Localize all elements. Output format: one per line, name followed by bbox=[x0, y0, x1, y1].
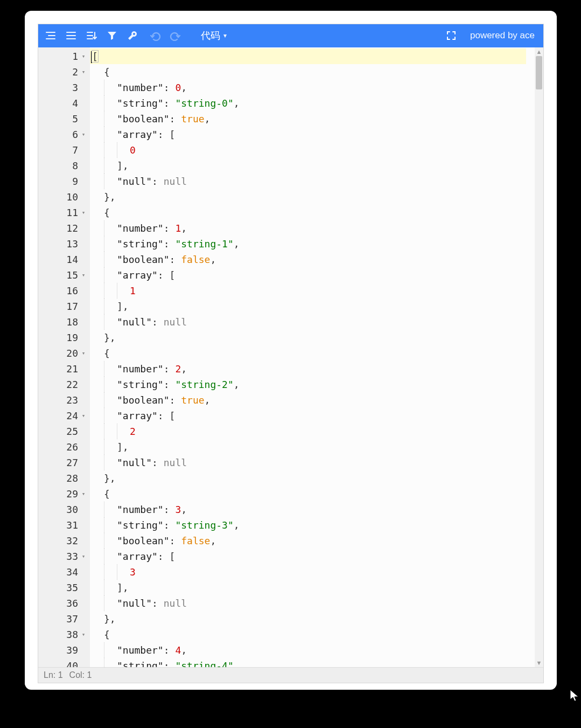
code-line[interactable]: "null": null bbox=[90, 314, 535, 330]
gutter-line[interactable]: 35 bbox=[38, 580, 90, 595]
gutter-line[interactable]: 25 bbox=[38, 424, 90, 439]
gutter-line[interactable]: 12 bbox=[38, 220, 90, 236]
scroll-thumb[interactable] bbox=[536, 56, 542, 89]
code-line[interactable]: { bbox=[90, 486, 535, 502]
code-line[interactable]: { bbox=[90, 627, 535, 642]
code-line[interactable]: "number": 4, bbox=[90, 642, 535, 658]
code-line[interactable]: ], bbox=[90, 299, 535, 314]
fold-toggle-icon[interactable]: ▾ bbox=[79, 267, 88, 283]
gutter-line[interactable]: 19 bbox=[38, 330, 90, 345]
fold-toggle-icon[interactable]: ▾ bbox=[79, 48, 88, 64]
undo-button[interactable] bbox=[146, 26, 164, 45]
code-line[interactable]: }, bbox=[90, 330, 535, 345]
gutter-line[interactable]: 28 bbox=[38, 470, 90, 486]
gutter-line[interactable]: 32 bbox=[38, 533, 90, 549]
gutter-line[interactable]: 6▾ bbox=[38, 127, 90, 142]
gutter-line[interactable]: 26 bbox=[38, 439, 90, 455]
code-line[interactable]: "array": [ bbox=[90, 267, 535, 283]
code-line[interactable]: [ bbox=[90, 48, 535, 64]
code-line[interactable]: "number": 1, bbox=[90, 220, 535, 236]
gutter-line[interactable]: 34 bbox=[38, 564, 90, 580]
scroll-down-icon[interactable]: ▼ bbox=[535, 658, 543, 667]
gutter-line[interactable]: 39 bbox=[38, 642, 90, 658]
code-line[interactable]: "null": null bbox=[90, 595, 535, 611]
code-line[interactable]: "array": [ bbox=[90, 549, 535, 564]
gutter-line[interactable]: 38▾ bbox=[38, 627, 90, 642]
gutter-line[interactable]: 37 bbox=[38, 611, 90, 627]
gutter-line[interactable]: 18 bbox=[38, 314, 90, 330]
code-line[interactable]: "boolean": false, bbox=[90, 252, 535, 267]
code-line[interactable]: "string": "string-2", bbox=[90, 377, 535, 392]
code-line[interactable]: 2 bbox=[90, 424, 535, 439]
code-line[interactable]: "string": "string-1", bbox=[90, 236, 535, 252]
filter-button[interactable] bbox=[103, 26, 121, 45]
gutter-line[interactable]: 36 bbox=[38, 595, 90, 611]
gutter-line[interactable]: 23 bbox=[38, 392, 90, 408]
scroll-up-icon[interactable]: ▲ bbox=[535, 47, 543, 56]
gutter-line[interactable]: 11▾ bbox=[38, 205, 90, 220]
gutter-line[interactable]: 14 bbox=[38, 252, 90, 267]
gutter-line[interactable]: 24▾ bbox=[38, 408, 90, 424]
code-line[interactable]: ], bbox=[90, 158, 535, 174]
code-line[interactable]: "array": [ bbox=[90, 408, 535, 424]
gutter-line[interactable]: 31 bbox=[38, 517, 90, 533]
fold-toggle-icon[interactable]: ▾ bbox=[79, 549, 88, 564]
fold-toggle-icon[interactable]: ▾ bbox=[79, 627, 88, 642]
code-line[interactable]: "string": "string-0", bbox=[90, 95, 535, 111]
format-compact-button[interactable] bbox=[62, 26, 80, 45]
fold-toggle-icon[interactable]: ▾ bbox=[79, 64, 88, 80]
code-line[interactable]: }, bbox=[90, 611, 535, 627]
gutter-line[interactable]: 17 bbox=[38, 299, 90, 314]
gutter-line[interactable]: 30 bbox=[38, 502, 90, 517]
redo-button[interactable] bbox=[166, 26, 185, 45]
code-line[interactable]: "string": "string-3", bbox=[90, 517, 535, 533]
code-line[interactable]: "number": 3, bbox=[90, 502, 535, 517]
fold-toggle-icon[interactable]: ▾ bbox=[79, 205, 88, 220]
gutter-line[interactable]: 16 bbox=[38, 283, 90, 299]
code-line[interactable]: 3 bbox=[90, 564, 535, 580]
code-line[interactable]: { bbox=[90, 205, 535, 220]
code-line[interactable]: "boolean": false, bbox=[90, 533, 535, 549]
code-line[interactable]: "number": 0, bbox=[90, 80, 535, 95]
format-expand-button[interactable] bbox=[41, 26, 60, 45]
code-line[interactable]: { bbox=[90, 345, 535, 361]
fold-toggle-icon[interactable]: ▾ bbox=[79, 127, 88, 142]
code-line[interactable]: "boolean": true, bbox=[90, 392, 535, 408]
code-line[interactable]: "null": null bbox=[90, 455, 535, 470]
gutter-line[interactable]: 27 bbox=[38, 455, 90, 470]
gutter-line[interactable]: 8 bbox=[38, 158, 90, 174]
code-line[interactable]: "string": "string-4", bbox=[90, 658, 535, 667]
gutter-line[interactable]: 4 bbox=[38, 95, 90, 111]
fold-toggle-icon[interactable]: ▾ bbox=[79, 345, 88, 361]
code-line[interactable]: }, bbox=[90, 189, 535, 205]
repair-button[interactable] bbox=[123, 26, 142, 45]
code-line[interactable]: ], bbox=[90, 439, 535, 455]
gutter-line[interactable]: 10 bbox=[38, 189, 90, 205]
gutter-line[interactable]: 40 bbox=[38, 658, 90, 667]
vertical-scrollbar[interactable]: ▲ ▼ bbox=[535, 47, 543, 667]
gutter-line[interactable]: 20▾ bbox=[38, 345, 90, 361]
gutter-line[interactable]: 5 bbox=[38, 111, 90, 127]
gutter[interactable]: 1▾2▾3456▾7891011▾12131415▾1617181920▾212… bbox=[38, 47, 90, 667]
gutter-line[interactable]: 29▾ bbox=[38, 486, 90, 502]
gutter-line[interactable]: 7 bbox=[38, 142, 90, 158]
code-line[interactable]: 1 bbox=[90, 283, 535, 299]
scroll-track[interactable] bbox=[535, 56, 543, 658]
gutter-line[interactable]: 22 bbox=[38, 377, 90, 392]
fullscreen-button[interactable] bbox=[442, 26, 460, 45]
gutter-line[interactable]: 33▾ bbox=[38, 549, 90, 564]
gutter-line[interactable]: 1▾ bbox=[38, 48, 90, 64]
fold-toggle-icon[interactable]: ▾ bbox=[79, 408, 88, 424]
code-line[interactable]: ], bbox=[90, 580, 535, 595]
gutter-line[interactable]: 2▾ bbox=[38, 64, 90, 80]
code-line[interactable]: }, bbox=[90, 470, 535, 486]
gutter-line[interactable]: 13 bbox=[38, 236, 90, 252]
code-line[interactable]: "array": [ bbox=[90, 127, 535, 142]
gutter-line[interactable]: 15▾ bbox=[38, 267, 90, 283]
code-line[interactable]: "boolean": true, bbox=[90, 111, 535, 127]
code-line[interactable]: "number": 2, bbox=[90, 361, 535, 377]
fold-toggle-icon[interactable]: ▾ bbox=[79, 486, 88, 502]
gutter-line[interactable]: 21 bbox=[38, 361, 90, 377]
gutter-line[interactable]: 3 bbox=[38, 80, 90, 95]
code-line[interactable]: "null": null bbox=[90, 174, 535, 189]
